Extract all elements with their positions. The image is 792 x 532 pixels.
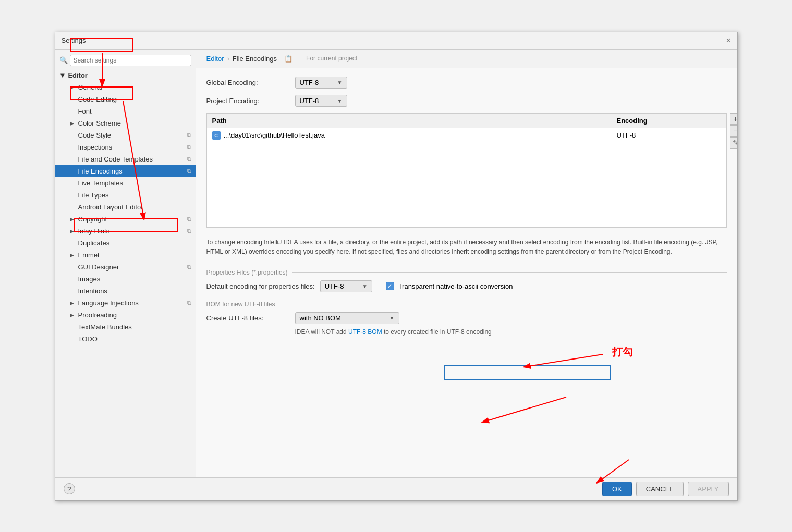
chevron-down-icon: ▼	[59, 71, 66, 79]
chevron-right-icon: ▶	[70, 228, 76, 234]
properties-encoding-label: Default encoding for properties files:	[206, 282, 315, 290]
properties-section-title: Properties Files (*.properties)	[206, 269, 727, 276]
remove-row-button[interactable]: −	[730, 125, 737, 137]
sidebar-item-inlay-hints[interactable]: ▶ Inlay Hints ⧉	[55, 225, 196, 237]
close-button[interactable]: ×	[726, 36, 730, 45]
properties-encoding-value: UTF-8	[325, 282, 344, 290]
sidebar-item-label: Inspections	[78, 143, 113, 151]
sidebar-item-code-editing[interactable]: Code Editing	[55, 93, 196, 105]
sidebar-item-label: TODO	[78, 335, 98, 343]
sidebar-item-live-templates[interactable]: Live Templates	[55, 177, 196, 189]
edit-row-button[interactable]: ✎	[730, 137, 737, 149]
dropdown-arrow-icon: ▼	[362, 283, 368, 289]
sidebar-item-label: TextMate Bundles	[78, 323, 132, 331]
bom-info-link[interactable]: UTF-8 BOM	[348, 328, 382, 336]
sidebar-item-label: Live Templates	[78, 179, 123, 187]
copy-icon: ⧉	[187, 144, 191, 151]
sidebar-item-font[interactable]: Font	[55, 105, 196, 117]
chevron-right-icon: ▶	[70, 300, 76, 306]
sidebar-item-label: Emmet	[78, 251, 100, 259]
info-text: To change encoding IntelliJ IDEA uses fo…	[206, 233, 727, 261]
sidebar-item-todo[interactable]: TODO	[55, 333, 196, 345]
search-icon: 🔍	[59, 56, 68, 64]
add-row-button[interactable]: +	[730, 113, 737, 125]
sidebar-item-label: Inlay Hints	[78, 227, 110, 235]
cancel-button[interactable]: CANCEL	[636, 482, 684, 496]
sidebar-item-file-encodings[interactable]: File Encodings ⧉	[55, 165, 196, 177]
global-encoding-row: Global Encoding: UTF-8 ▼	[206, 77, 727, 89]
sidebar-item-label: GUI Designer	[78, 263, 119, 271]
dialog-body: 🔍 ▼ Editor ▶ General Code Editing Fo	[55, 50, 737, 477]
global-encoding-label: Global Encoding:	[206, 79, 290, 86]
global-encoding-value: UTF-8	[300, 79, 319, 86]
bom-section-title: BOM for new UTF-8 files	[206, 301, 727, 308]
file-icon: C	[212, 131, 221, 140]
sidebar-item-proofreading[interactable]: ▶ Proofreading	[55, 309, 196, 321]
sidebar-item-inspections[interactable]: Inspections ⧉	[55, 141, 196, 153]
sidebar-item-color-scheme[interactable]: ▶ Color Scheme	[55, 117, 196, 129]
apply-button[interactable]: APPLY	[688, 482, 729, 496]
bom-create-select[interactable]: with NO BOM ▼	[295, 312, 399, 324]
sidebar-item-label: Duplicates	[78, 239, 110, 247]
sidebar-item-language-injections[interactable]: ▶ Language Injections ⧉	[55, 297, 196, 309]
sidebar-item-label: Color Scheme	[78, 119, 121, 127]
global-encoding-select[interactable]: UTF-8 ▼	[295, 77, 347, 89]
sidebar-item-android-layout[interactable]: Android Layout Editor	[55, 201, 196, 213]
table-row[interactable]: C ...\day01\src\github\HelloTest.java UT…	[207, 128, 726, 143]
sidebar-item-code-style[interactable]: Code Style ⧉	[55, 129, 196, 141]
project-encoding-row: Project Encoding: UTF-8 ▼	[206, 95, 727, 107]
sidebar-item-editor[interactable]: ▼ Editor	[55, 69, 196, 81]
sidebar-item-general[interactable]: ▶ General	[55, 81, 196, 93]
copy-icon: ⧉	[187, 168, 191, 175]
col-encoding-header: Encoding	[617, 117, 721, 125]
dropdown-arrow-icon: ▼	[337, 80, 343, 85]
sidebar-item-textmate-bundles[interactable]: TextMate Bundles	[55, 321, 196, 333]
sidebar-item-file-types[interactable]: File Types	[55, 189, 196, 201]
dropdown-arrow-icon: ▼	[389, 315, 395, 321]
chevron-right-icon: ▶	[70, 216, 76, 222]
sidebar-item-copyright[interactable]: ▶ Copyright ⧉	[55, 213, 196, 225]
copy-icon: ⧉	[187, 156, 191, 163]
title-bar: Settings ×	[55, 32, 737, 50]
sidebar-item-label: Proofreading	[78, 311, 117, 319]
col-path-header: Path	[212, 117, 617, 125]
table-actions: + − ✎	[730, 113, 737, 149]
sidebar-item-label: File Encodings	[78, 167, 123, 175]
bom-row: Create UTF-8 files: with NO BOM ▼	[206, 312, 727, 324]
sidebar-item-label: Images	[78, 275, 101, 283]
breadcrumb: Editor › File Encodings 📋 For current pr…	[196, 50, 737, 68]
chevron-right-icon: ▶	[70, 84, 76, 90]
sidebar-item-intentions[interactable]: Intentions	[55, 285, 196, 297]
copy-icon: ⧉	[187, 216, 191, 222]
dialog-title: Settings	[62, 36, 86, 44]
properties-encoding-select[interactable]: UTF-8 ▼	[320, 280, 372, 292]
sidebar-item-label: File Types	[78, 191, 109, 199]
copy-icon: ⧉	[187, 228, 191, 234]
file-table-wrapper: Path Encoding C ...\day01\src\github\Hel…	[206, 113, 727, 228]
sidebar-item-label: Copyright	[78, 215, 107, 223]
ok-button[interactable]: OK	[602, 482, 632, 496]
sidebar-item-duplicates[interactable]: Duplicates	[55, 237, 196, 249]
transparent-conversion-checkbox[interactable]: ✓	[386, 282, 394, 290]
sidebar-item-gui-designer[interactable]: GUI Designer ⧉	[55, 261, 196, 273]
dialog-footer: ? OK CANCEL APPLY	[55, 477, 737, 500]
properties-section: Properties Files (*.properties) Default …	[206, 269, 727, 292]
search-input[interactable]	[70, 55, 191, 66]
sidebar-item-label: Editor	[68, 71, 88, 79]
sidebar-item-label: Code Editing	[78, 95, 117, 103]
bom-create-value: with NO BOM	[300, 314, 341, 322]
project-encoding-value: UTF-8	[300, 97, 319, 105]
file-table: Path Encoding C ...\day01\src\github\Hel…	[206, 113, 727, 228]
breadcrumb-parent[interactable]: Editor	[206, 55, 224, 63]
file-table-header: Path Encoding	[207, 114, 726, 128]
bom-section: BOM for new UTF-8 files Create UTF-8 fil…	[206, 301, 727, 336]
transparent-conversion-row: ✓ Transparent native-to-ascii conversion	[386, 282, 513, 290]
sidebar-item-images[interactable]: Images	[55, 273, 196, 285]
sidebar-item-file-code-templates[interactable]: File and Code Templates ⧉	[55, 153, 196, 165]
breadcrumb-current: File Encodings	[233, 55, 277, 63]
sidebar-search-row: 🔍	[55, 52, 196, 69]
sidebar-item-emmet[interactable]: ▶ Emmet	[55, 249, 196, 261]
project-encoding-select[interactable]: UTF-8 ▼	[295, 95, 347, 107]
help-button[interactable]: ?	[64, 483, 75, 494]
breadcrumb-separator: ›	[227, 55, 229, 63]
